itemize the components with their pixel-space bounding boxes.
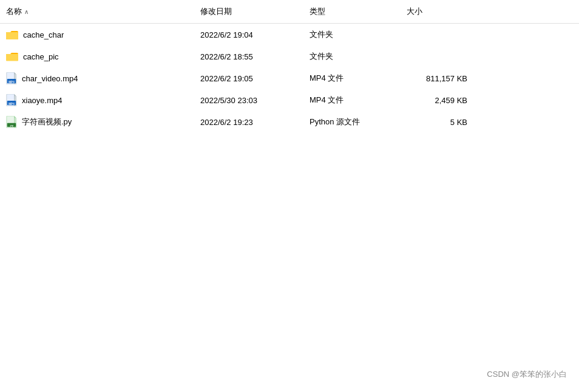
table-row[interactable]: .py 字符画视频.py 2022/6/2 19:23 Python 源文件 5… (0, 111, 579, 133)
file-size-cell: 2,459 KB (401, 96, 473, 105)
file-type-cell: MP4 文件 (303, 95, 401, 106)
file-modified-cell: 2022/6/2 19:04 (194, 30, 303, 39)
file-name-cell: .py 字符画视频.py (0, 116, 194, 128)
table-header: 名称 ∧ 修改日期 类型 大小 (0, 0, 579, 24)
mp4-file-icon: MP4 (6, 72, 17, 84)
table-row[interactable]: MP4 char_video.mp4 2022/6/2 19:05 MP4 文件… (0, 67, 579, 89)
file-explorer: 名称 ∧ 修改日期 类型 大小 (0, 0, 579, 392)
file-type-cell: MP4 文件 (303, 73, 401, 84)
column-header-modified[interactable]: 修改日期 (194, 2, 303, 21)
file-size-cell: 5 KB (401, 118, 473, 127)
svg-marker-18 (15, 116, 17, 118)
sort-arrow-up: ∧ (24, 8, 29, 15)
svg-text:MP4: MP4 (8, 81, 15, 84)
py-file-icon: .py (6, 116, 17, 128)
column-header-type[interactable]: 类型 (303, 2, 401, 21)
svg-rect-3 (6, 32, 18, 39)
file-type-cell: 文件夹 (303, 51, 401, 62)
table-row[interactable]: cache_char 2022/6/2 19:04 文件夹 (0, 24, 579, 46)
file-name-cell: cache_char (0, 30, 194, 39)
file-name-cell: MP4 xiaoye.mp4 (0, 94, 194, 106)
svg-rect-4 (6, 54, 18, 61)
file-modified-cell: 2022/5/30 23:03 (194, 96, 303, 105)
svg-marker-12 (15, 94, 17, 96)
column-header-size[interactable]: 大小 (401, 2, 473, 21)
folder-icon (6, 30, 18, 39)
file-size-cell: 811,157 KB (401, 74, 473, 83)
table-row[interactable]: cache_pic 2022/6/2 18:55 文件夹 (0, 46, 579, 67)
file-modified-cell: 2022/6/2 19:05 (194, 74, 303, 83)
file-name-cell: cache_pic (0, 52, 194, 61)
svg-text:.py: .py (10, 124, 14, 127)
svg-text:MP4: MP4 (8, 103, 15, 106)
file-type-cell: Python 源文件 (303, 117, 401, 127)
svg-marker-6 (15, 72, 17, 75)
file-type-cell: 文件夹 (303, 29, 401, 40)
column-header-name[interactable]: 名称 ∧ (0, 2, 194, 21)
watermark: CSDN @笨笨的张小白 (487, 369, 567, 380)
file-name-cell: MP4 char_video.mp4 (0, 72, 194, 84)
file-modified-cell: 2022/6/2 19:23 (194, 118, 303, 127)
file-modified-cell: 2022/6/2 18:55 (194, 52, 303, 61)
table-row[interactable]: MP4 xiaoye.mp4 2022/5/30 23:03 MP4 文件 2,… (0, 89, 579, 111)
folder-icon (6, 52, 18, 61)
mp4-file-icon: MP4 (6, 94, 17, 106)
file-list: cache_char 2022/6/2 19:04 文件夹 (0, 24, 579, 133)
